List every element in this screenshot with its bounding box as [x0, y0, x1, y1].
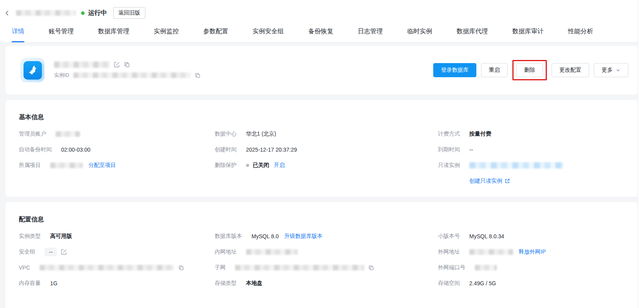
copy-subnet-icon[interactable] — [368, 265, 374, 271]
admin-account-redacted — [56, 131, 80, 137]
mysql-logo-badge — [20, 58, 45, 82]
chevron-down-icon — [616, 68, 620, 72]
private-ip-row: 内网地址 — [215, 244, 438, 260]
copy-vpc-icon[interactable] — [178, 265, 184, 271]
delete-protection-value: 已关闭 — [253, 162, 269, 169]
instance-title-bar: 运行中 返回旧版 — [0, 6, 644, 20]
memory-value: 1G — [50, 280, 58, 286]
field-label: 外网地址 — [438, 248, 460, 255]
tab-parameter-config[interactable]: 参数配置 — [203, 27, 228, 42]
field-label: 创建时间 — [215, 146, 237, 153]
enable-delete-protection-link[interactable]: 开启 — [274, 162, 285, 169]
public-port-row: 外网端口号 — [438, 260, 638, 275]
field-label: 数据中心 — [215, 130, 237, 138]
instance-id-redacted — [73, 72, 191, 78]
admin-account-row: 管理员账户 — [19, 126, 215, 142]
field-label: 到期时间 — [438, 146, 460, 153]
tab-database-audit[interactable]: 数据库审计 — [512, 27, 544, 42]
datacenter-row: 数据中心 华北1 (北京) — [215, 126, 438, 142]
restart-button[interactable]: 重启 — [481, 63, 508, 77]
tab-performance-analysis[interactable]: 性能分析 — [568, 27, 593, 42]
modify-config-button[interactable]: 更改配置 — [552, 63, 589, 77]
public-ip-row: 外网地址 释放外网IP — [438, 244, 638, 260]
field-label: 安全组 — [19, 248, 35, 255]
billing-value: 按量付费 — [469, 130, 491, 138]
storage-type-value: 本地盘 — [246, 280, 262, 287]
status-text: 运行中 — [88, 9, 107, 17]
external-link-icon — [505, 178, 510, 184]
edit-security-group-icon[interactable] — [61, 249, 67, 255]
tab-instance-monitoring[interactable]: 实例监控 — [154, 27, 179, 42]
billing-row: 计费方式 按量付费 — [438, 126, 638, 142]
tab-database-management[interactable]: 数据库管理 — [98, 27, 129, 42]
instance-name-redacted — [54, 62, 110, 68]
basic-info-card: 基本信息 管理员账户 自动备份时间 02:00-03:00 所属项目 分配至项目 — [5, 100, 638, 197]
datacenter-value: 华北1 (北京) — [246, 130, 276, 138]
tab-details[interactable]: 详情 — [12, 27, 24, 42]
tab-log-management[interactable]: 日志管理 — [358, 27, 383, 42]
storage-type-row: 存储类型 本地盘 — [215, 275, 438, 291]
more-button[interactable]: 更多 — [594, 63, 628, 77]
field-label: 内存容量 — [19, 280, 41, 287]
vpc-row: VPC — [19, 260, 215, 275]
field-label: 数据库版本 — [215, 233, 242, 240]
created-time-row: 创建时间 2025-12-17 20:37:29 — [215, 142, 438, 158]
back-icon[interactable] — [4, 10, 11, 16]
field-label: 外网端口号 — [438, 264, 465, 271]
copy-name-icon[interactable] — [124, 62, 130, 68]
delete-highlight-annotation: 删除 — [512, 60, 547, 80]
memory-row: 内存容量 1G — [19, 275, 215, 291]
page-header: 运行中 返回旧版 详情 账号管理 数据库管理 实例监控 参数配置 实例安全组 备… — [0, 0, 644, 43]
assign-to-project-link[interactable]: 分配至项目 — [89, 162, 116, 169]
field-label: 自动备份时间 — [19, 146, 52, 153]
storage-space-row: 存储空间 2.49G / 5G — [438, 275, 638, 291]
field-label: 内网地址 — [215, 248, 237, 255]
mysql-dolphin-icon — [24, 61, 42, 80]
db-version-value: MySQL 8.0 — [251, 233, 279, 239]
delete-protection-row: 删除保护 已关闭 开启 — [215, 158, 438, 173]
instance-name-redacted — [16, 10, 76, 16]
tab-database-proxy[interactable]: 数据库代理 — [457, 27, 488, 42]
upgrade-db-version-link[interactable]: 升级数据库版本 — [284, 233, 323, 240]
status-running-dot — [81, 11, 85, 15]
expire-time-row: 到期时间 -- — [438, 142, 638, 158]
edit-name-icon[interactable] — [114, 62, 120, 68]
readonly-instance-row: 只读实例 — [438, 158, 638, 173]
private-ip-redacted — [246, 249, 298, 255]
auto-backup-time-row: 自动备份时间 02:00-03:00 — [19, 142, 215, 158]
create-readonly-instance-link[interactable]: 创建只读实例 — [469, 178, 502, 185]
field-label: 管理员账户 — [19, 130, 46, 138]
field-label: 只读实例 — [438, 162, 460, 169]
main-content: 实例ID 登录数据库 重启 删除 更改配置 更多 基本信息 — [0, 43, 644, 308]
storage-space-value: 2.49G / 5G — [469, 280, 496, 286]
tab-temporary-instance[interactable]: 临时实例 — [407, 27, 432, 42]
subnet-row: 子网 — [215, 260, 438, 275]
field-label: 小版本号 — [438, 233, 460, 240]
release-public-ip-link[interactable]: 释放外网IP — [519, 248, 546, 255]
tab-account-management[interactable]: 账号管理 — [49, 27, 74, 42]
field-label: VPC — [19, 265, 30, 271]
create-readonly-row: 创建只读实例 — [438, 173, 638, 189]
more-button-label: 更多 — [602, 67, 613, 74]
action-buttons: 登录数据库 重启 删除 更改配置 更多 — [433, 60, 628, 80]
expire-time-value: -- — [469, 147, 473, 153]
config-info-card: 配置信息 实例类型 高可用版 安全组 -- VPC — [5, 202, 638, 308]
field-label: 存储空间 — [438, 280, 460, 287]
tab-instance-security-group[interactable]: 实例安全组 — [253, 27, 284, 42]
scrollbar-track[interactable] — [638, 0, 644, 308]
return-old-version-button[interactable]: 返回旧版 — [113, 7, 145, 19]
field-label: 计费方式 — [438, 130, 460, 138]
minor-version-value: MySQL 8.0.34 — [469, 233, 504, 239]
readonly-instance-redacted[interactable] — [469, 162, 563, 168]
instance-id-label: 实例ID — [54, 72, 69, 79]
field-label: 子网 — [215, 264, 226, 271]
delete-button[interactable]: 删除 — [516, 63, 543, 77]
security-group-value: -- — [45, 248, 57, 256]
copy-id-icon[interactable] — [195, 72, 201, 78]
tab-backup-restore[interactable]: 备份恢复 — [308, 27, 333, 42]
login-database-button[interactable]: 登录数据库 — [433, 63, 476, 77]
vpc-redacted — [40, 265, 174, 270]
instance-summary-card: 实例ID 登录数据库 重启 删除 更改配置 更多 — [5, 46, 638, 94]
minor-version-row: 小版本号 MySQL 8.0.34 — [438, 228, 638, 244]
config-info-title: 配置信息 — [19, 216, 638, 224]
